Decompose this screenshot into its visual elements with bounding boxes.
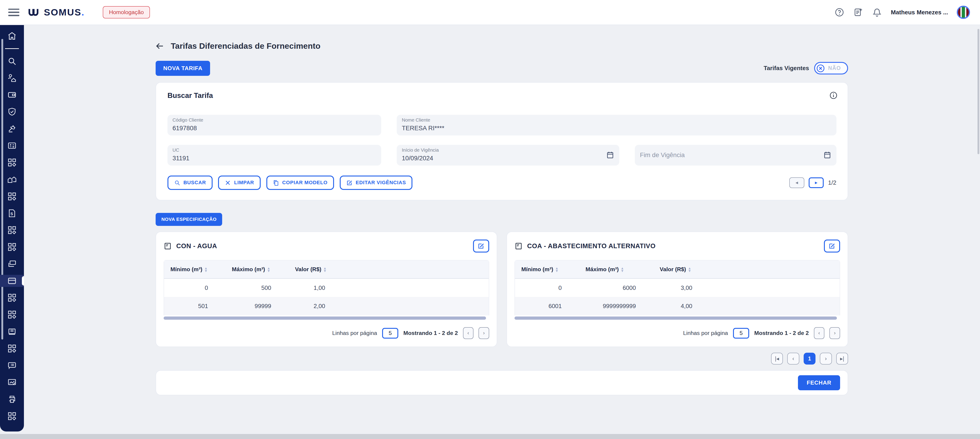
table-row[interactable]: 6001 9999999999 4,00 xyxy=(515,297,840,315)
sidebar-item-gavel[interactable] xyxy=(0,123,24,135)
editar-vigencias-button[interactable]: EDITAR VIGÊNCIAS xyxy=(340,176,412,190)
brand-dot: . xyxy=(81,7,84,18)
rows-per-page-label: Linhas por página xyxy=(332,330,377,336)
prev-page-button[interactable]: ‹ xyxy=(787,353,799,365)
sidebar-item-wallet[interactable] xyxy=(0,89,24,101)
calendar-icon[interactable] xyxy=(606,151,614,159)
col-minimo[interactable]: Mínimo (m³)▲▼ xyxy=(515,260,579,279)
sidebar-item-houses[interactable] xyxy=(0,173,24,185)
layers-icon xyxy=(7,259,17,269)
bell-icon[interactable] xyxy=(872,7,882,17)
sidebar-item-modules-1[interactable] xyxy=(0,157,24,168)
houses-icon xyxy=(7,174,17,184)
codigo-cliente-field[interactable]: Código Cliente 6197808 xyxy=(167,115,381,135)
image-edit-icon xyxy=(7,377,17,387)
tarifas-vigentes-toggle[interactable]: NÃO xyxy=(814,62,848,74)
sidebar-divider xyxy=(5,48,19,49)
rows-per-page-input[interactable] xyxy=(382,328,399,339)
current-page-button[interactable]: 1 xyxy=(803,353,816,365)
page-scrollbar[interactable] xyxy=(977,29,979,154)
horizontal-scrollbar[interactable] xyxy=(164,317,486,320)
sort-icon: ▲▼ xyxy=(555,267,558,273)
last-page-button[interactable]: ▸| xyxy=(836,353,848,365)
book-icon xyxy=(7,327,17,336)
note-add-icon[interactable] xyxy=(853,7,863,17)
sort-icon: ▲▼ xyxy=(688,267,691,273)
modules-grid-icon xyxy=(7,293,17,303)
sidebar-item-document-s[interactable] xyxy=(0,207,24,219)
col-minimo[interactable]: Mínimo (m³)▲▼ xyxy=(164,260,226,279)
sidebar-item-modules-3[interactable] xyxy=(0,224,24,236)
sidebar-item-chat[interactable] xyxy=(0,360,24,371)
sidebar-item-image-edit[interactable] xyxy=(0,376,24,388)
wallet-card-icon xyxy=(7,90,17,100)
edit-spec-button[interactable] xyxy=(473,239,490,253)
nova-tarifa-button[interactable]: NOVA TARIFA xyxy=(156,61,210,76)
shield-check-icon xyxy=(7,107,17,116)
table-next-button[interactable]: › xyxy=(829,327,840,339)
tariff-prev-button[interactable]: ◂ xyxy=(789,178,804,188)
avatar[interactable] xyxy=(957,6,970,19)
table-row[interactable]: 0 6000 3,00 xyxy=(515,279,840,297)
copiar-modelo-button[interactable]: COPIAR MODELO xyxy=(266,176,334,190)
sidebar-item-modules-2[interactable] xyxy=(0,190,24,202)
sidebar-item-client[interactable] xyxy=(0,72,24,84)
toggle-x-icon xyxy=(816,64,825,73)
table-prev-button[interactable]: ‹ xyxy=(463,327,474,339)
codigo-cliente-label: Código Cliente xyxy=(172,117,376,123)
inicio-vigencia-field[interactable]: Início de Vigência 10/09/2024 xyxy=(397,145,619,166)
fim-vigencia-field[interactable]: Fim de Vigência xyxy=(635,145,836,166)
showing-label: Mostrando 1 - 2 de 2 xyxy=(403,330,458,336)
sidebar-item-book[interactable] xyxy=(0,326,24,338)
first-page-button[interactable]: |◂ xyxy=(771,353,783,365)
uc-value: 31191 xyxy=(172,155,376,162)
edit-spec-button[interactable] xyxy=(824,239,840,253)
tariff-next-button[interactable]: ▸ xyxy=(809,178,824,188)
col-valor[interactable]: Valor (R$)▲▼ xyxy=(289,260,343,279)
help-icon[interactable] xyxy=(834,7,845,17)
sidebar-item-billing-active[interactable] xyxy=(0,275,24,287)
sidebar-item-calculator[interactable] xyxy=(0,139,24,151)
sidebar-item-layers[interactable] xyxy=(0,258,24,270)
col-maximo[interactable]: Máximo (m³)▲▼ xyxy=(226,260,289,279)
info-icon[interactable] xyxy=(829,91,838,100)
rows-per-page-input[interactable] xyxy=(733,328,749,339)
sidebar-item-printer[interactable] xyxy=(0,393,24,405)
next-page-button[interactable]: › xyxy=(820,353,832,365)
horizontal-scrollbar[interactable] xyxy=(514,317,837,320)
fechar-button[interactable]: FECHAR xyxy=(798,375,840,390)
nome-cliente-value: TERESA RI**** xyxy=(402,125,831,132)
sidebar-item-modules-8[interactable] xyxy=(0,410,24,422)
sidebar-item-search[interactable] xyxy=(0,55,24,67)
sidebar-item-home[interactable] xyxy=(0,30,24,42)
table-next-button[interactable]: › xyxy=(479,327,489,339)
buscar-button[interactable]: BUSCAR xyxy=(167,176,213,190)
environment-badge: Homologação xyxy=(103,6,150,19)
modules-grid-icon xyxy=(7,242,17,252)
limpar-button[interactable]: LIMPAR xyxy=(218,176,261,190)
calendar-icon[interactable] xyxy=(823,151,831,159)
table-row[interactable]: 501 99999 2,00 xyxy=(164,297,489,315)
table-prev-button[interactable]: ‹ xyxy=(814,327,825,339)
menu-hamburger-icon[interactable] xyxy=(8,9,20,16)
sidebar-item-modules-4[interactable] xyxy=(0,241,24,253)
table-row[interactable]: 0 500 1,00 xyxy=(164,279,489,297)
chat-list-icon xyxy=(7,361,17,370)
col-valor[interactable]: Valor (R$)▲▼ xyxy=(654,260,710,279)
back-arrow-icon[interactable] xyxy=(156,42,164,51)
nova-especificacao-button[interactable]: NOVA ESPECIFICAÇÃO xyxy=(156,213,222,226)
sidebar-item-shield[interactable] xyxy=(0,106,24,118)
sidebar-item-modules-5[interactable] xyxy=(0,292,24,304)
user-name[interactable]: Matheus Menezes ... xyxy=(891,9,948,16)
uc-field[interactable]: UC 31191 xyxy=(167,145,381,166)
sort-icon: ▲▼ xyxy=(323,267,327,273)
buscar-tarifa-title: Buscar Tarifa xyxy=(167,91,837,100)
edit-icon xyxy=(477,242,484,249)
nome-cliente-field[interactable]: Nome Cliente TERESA RI**** xyxy=(397,115,836,135)
calculator-icon xyxy=(7,141,17,150)
fim-vigencia-placeholder: Fim de Vigência xyxy=(640,151,685,159)
sidebar-item-modules-6[interactable] xyxy=(0,309,24,320)
sidebar-item-modules-7[interactable] xyxy=(0,342,24,354)
bottom-strip xyxy=(0,434,980,439)
col-maximo[interactable]: Máximo (m³)▲▼ xyxy=(579,260,654,279)
